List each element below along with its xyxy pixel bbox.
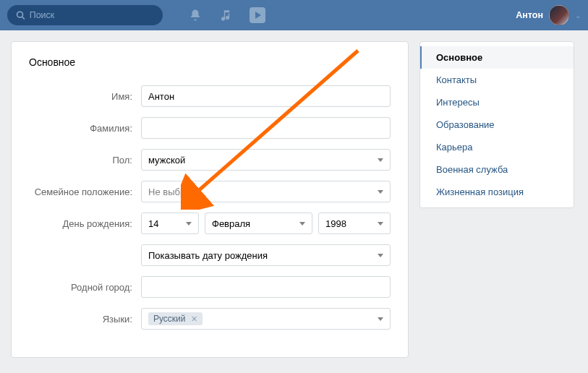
relationship-value: Не выбрано — [148, 186, 201, 197]
birth-month-select[interactable]: Февраля — [205, 213, 312, 234]
input-hometown-wrap — [141, 276, 391, 298]
user-menu[interactable]: Антон ⌄ — [516, 5, 581, 25]
input-first-name-wrap — [141, 85, 391, 107]
avatar — [549, 5, 569, 25]
row-gender: Пол: мужской — [29, 149, 391, 171]
sidebar-item-interests[interactable]: Интересы — [420, 91, 574, 113]
row-relationship: Семейное положение: Не выбрано — [29, 181, 391, 202]
bell-icon[interactable] — [189, 9, 202, 22]
gender-select[interactable]: мужской — [141, 149, 391, 171]
birth-day-select[interactable]: 14 — [141, 213, 199, 234]
row-last-name: Фамилия: — [29, 117, 391, 139]
birth-month-value: Февраля — [212, 218, 250, 229]
header-icons — [189, 7, 265, 23]
page-body: Основное Имя: Фамилия: Пол: мужской — [0, 30, 588, 369]
svg-point-0 — [17, 12, 23, 17]
sidebar-item-position[interactable]: Жизненная позиция — [420, 181, 574, 203]
sidebar-item-basic[interactable]: Основное — [420, 46, 574, 69]
input-last-name-wrap — [141, 117, 391, 139]
sidebar-item-education[interactable]: Образование — [420, 113, 574, 136]
main-card: Основное Имя: Фамилия: Пол: мужской — [11, 41, 409, 358]
app-header: Антон ⌄ — [0, 0, 588, 30]
user-name: Антон — [516, 10, 543, 20]
chevron-down-icon: ⌄ — [575, 12, 581, 20]
birth-day-value: 14 — [148, 218, 158, 229]
search-icon — [16, 10, 25, 20]
sidebar-item-military[interactable]: Военная служба — [420, 158, 574, 181]
page-title: Основное — [29, 56, 391, 68]
label-languages: Языки: — [29, 314, 141, 325]
language-token-label: Русский — [153, 314, 186, 324]
chevron-down-icon — [378, 158, 383, 162]
label-gender: Пол: — [29, 155, 141, 166]
label-birthday: День рождения: — [29, 218, 141, 229]
label-hometown: Родной город: — [29, 282, 141, 293]
row-birthday: День рождения: 14 Февраля 1998 — [29, 213, 391, 234]
sidebar-item-contacts[interactable]: Контакты — [420, 69, 574, 91]
birth-year-value: 1998 — [325, 218, 346, 229]
search-box[interactable] — [7, 5, 163, 25]
language-token: Русский ✕ — [148, 312, 203, 325]
bday-visibility-select[interactable]: Показывать дату рождения — [141, 244, 391, 266]
chevron-down-icon — [378, 317, 383, 321]
row-languages: Языки: Русский ✕ — [29, 308, 391, 330]
hometown-input[interactable] — [148, 282, 383, 293]
chevron-down-icon — [378, 190, 383, 194]
first-name-input[interactable] — [148, 91, 383, 102]
chevron-down-icon — [299, 222, 305, 226]
birth-year-select[interactable]: 1998 — [318, 213, 391, 234]
gender-value: мужской — [148, 155, 185, 166]
search-input[interactable] — [30, 10, 154, 20]
row-hometown: Родной город: — [29, 276, 391, 298]
sidebar-item-career[interactable]: Карьера — [420, 136, 574, 158]
label-last-name: Фамилия: — [29, 123, 141, 134]
row-bday-visibility: Показывать дату рождения — [29, 244, 391, 266]
last-name-input[interactable] — [148, 123, 383, 134]
row-first-name: Имя: — [29, 85, 391, 107]
svg-line-1 — [22, 17, 25, 19]
sidebar: Основное Контакты Интересы Образование К… — [419, 41, 574, 208]
relationship-select[interactable]: Не выбрано — [141, 181, 391, 202]
label-first-name: Имя: — [29, 91, 141, 102]
label-relationship: Семейное положение: — [29, 186, 141, 197]
chevron-down-icon — [378, 254, 383, 257]
remove-language-icon[interactable]: ✕ — [189, 314, 200, 324]
chevron-down-icon — [378, 222, 383, 226]
chevron-down-icon — [186, 222, 192, 226]
music-icon[interactable] — [219, 9, 232, 22]
languages-select[interactable]: Русский ✕ — [141, 308, 391, 330]
bday-visibility-value: Показывать дату рождения — [148, 250, 268, 261]
play-icon[interactable] — [250, 7, 265, 23]
